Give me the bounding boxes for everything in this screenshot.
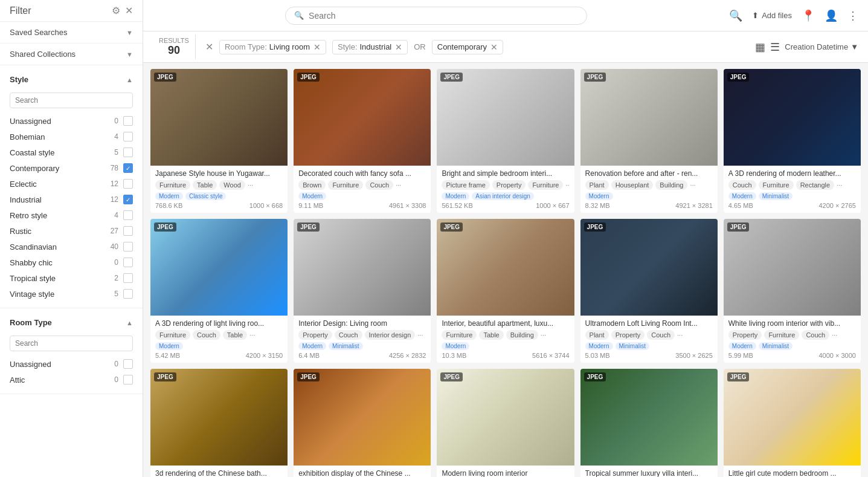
style-item-checkbox[interactable] <box>123 242 133 251</box>
card-title: Bright and simple bedroom interi... <box>442 169 569 178</box>
image-card[interactable]: JPEG Tropical summer luxury villa interi… <box>580 369 718 477</box>
format-badge: JPEG <box>297 73 320 82</box>
image-card[interactable]: JPEG 3d rendering of the Chinese bath...… <box>150 369 288 477</box>
more-tags-icon[interactable]: ··· <box>677 331 683 339</box>
tag-pill: Furniture <box>155 330 190 340</box>
shared-collections-label: Shared Collections <box>10 50 76 59</box>
style-item-checkbox[interactable] <box>123 210 133 220</box>
style-item-checkbox[interactable] <box>123 226 133 236</box>
more-tags-icon[interactable]: ··· <box>565 181 569 189</box>
room-type-search-input[interactable] <box>10 336 133 351</box>
image-card[interactable]: JPEG White living room interior with vib… <box>724 219 861 363</box>
style-filter-item[interactable]: Bohemian 4 <box>0 129 143 144</box>
room-type-filter-item[interactable]: Attic 0 <box>0 372 143 388</box>
room-type-filter-item[interactable]: Unassigned 0 <box>0 356 143 372</box>
style-filter-item[interactable]: Vintage style 5 <box>0 286 143 302</box>
style-filter-item[interactable]: Tropical style 2 <box>0 270 143 286</box>
format-badge: JPEG <box>584 73 606 82</box>
more-tags-icon[interactable]: ··· <box>417 331 423 339</box>
tag-pill: Couch <box>193 330 220 340</box>
style-item-count: 78 <box>106 164 118 172</box>
add-files-button[interactable]: ⬆ Add files <box>752 11 792 20</box>
card-title: A 3D rendering of modern leather... <box>728 169 856 178</box>
style-item-checkbox[interactable] <box>123 273 133 283</box>
card-image: JPEG <box>580 219 718 316</box>
style-search-input[interactable] <box>10 92 133 108</box>
style-filter-item[interactable]: Unassigned 0 <box>0 113 143 129</box>
style-filter-item[interactable]: Coastal style 5 <box>0 144 143 160</box>
more-tags-icon[interactable]: ··· <box>541 331 546 339</box>
image-card[interactable]: JPEG Bright and simple bedroom interi...… <box>437 69 574 213</box>
tag-pill: Interior design <box>365 330 416 340</box>
card-body: A 3D rendering of light living roo... Fu… <box>150 316 288 363</box>
image-card[interactable]: JPEG Decorated couch with fancy sofa ...… <box>294 69 431 213</box>
more-tags-icon[interactable]: ··· <box>248 181 253 189</box>
style-item-checkbox[interactable] <box>123 163 133 173</box>
sidebar: Filter ⚙ ✕ Saved Searches ▼ Shared Colle… <box>0 0 143 477</box>
search-input[interactable] <box>309 11 578 21</box>
visual-search-icon[interactable]: 🔍 <box>729 9 742 22</box>
style2-remove-button[interactable]: ✕ <box>490 42 498 52</box>
card-body: Little girl cute modern bedroom ... Couc… <box>724 466 861 477</box>
clear-all-button[interactable]: ✕ <box>205 41 213 53</box>
style-filter-type: Style: <box>338 42 358 51</box>
more-tags-icon[interactable]: ··· <box>690 181 695 189</box>
file-size: 6.4 MB <box>298 352 320 359</box>
style-filter-item[interactable]: Scandinavian 40 <box>0 239 143 255</box>
image-card[interactable]: JPEG A 3D rendering of modern leather...… <box>724 69 861 213</box>
image-card[interactable]: JPEG Modern living room interior CouchFu… <box>437 369 574 477</box>
style-item-label: Vintage style <box>10 290 106 299</box>
more-tags-icon[interactable]: ··· <box>396 181 401 189</box>
shared-collections-section[interactable]: Shared Collections ▼ <box>0 44 143 65</box>
grid-view-button[interactable]: ▦ <box>755 41 765 54</box>
image-card[interactable]: JPEG Japanese Style house in Yugawar... … <box>150 69 288 213</box>
style-item-label: Industrial <box>10 195 106 204</box>
image-card[interactable]: JPEG Renovation before and after - ren..… <box>580 69 718 213</box>
image-card[interactable]: JPEG Little girl cute modern bedroom ...… <box>724 369 861 477</box>
file-dimensions: 1000 × 668 <box>249 202 283 209</box>
settings-icon-button[interactable]: ⚙ <box>112 5 120 16</box>
style-remove-button[interactable]: ✕ <box>395 42 402 52</box>
style-item-checkbox[interactable] <box>123 132 133 141</box>
style-section-chevron[interactable]: ▲ <box>126 76 133 83</box>
main-content: 🔍 🔍 ⬆ Add files 📍 👤 ⋮ Results 90 ✕ Room … <box>143 0 868 477</box>
search-bar[interactable]: 🔍 <box>285 7 587 25</box>
style-filter-item[interactable]: Contemporary 78 <box>0 160 143 176</box>
card-tags: FurnitureTableBuilding ··· <box>442 330 569 340</box>
more-tags-icon[interactable]: ··· <box>249 331 255 339</box>
style-filter-item[interactable]: Shabby chic 0 <box>0 255 143 270</box>
grid-area: JPEG Japanese Style house in Yugawar... … <box>143 63 868 477</box>
image-card[interactable]: JPEG Interior, beautiful apartment, luxu… <box>437 219 574 363</box>
card-image: JPEG <box>150 369 288 466</box>
style-item-checkbox[interactable] <box>123 258 133 267</box>
more-options-icon[interactable]: ⋮ <box>847 9 858 22</box>
room-type-section-chevron[interactable]: ▲ <box>126 319 133 326</box>
image-card[interactable]: JPEG Ultramodern Loft Living Room Int...… <box>580 219 718 363</box>
saved-searches-section[interactable]: Saved Searches ▼ <box>0 22 143 44</box>
style-filter-item[interactable]: Retro style 4 <box>0 207 143 223</box>
style-item-checkbox[interactable] <box>123 116 133 126</box>
style-item-checkbox[interactable] <box>123 179 133 189</box>
room-type-item-checkbox[interactable] <box>123 359 133 369</box>
style-filter-item[interactable]: Eclectic 12 <box>0 176 143 192</box>
room-type-item-checkbox[interactable] <box>123 375 133 385</box>
sort-button[interactable]: Creation Datetime ▼ <box>785 42 858 51</box>
image-card[interactable]: JPEG Interior Design: Living room Proper… <box>294 219 431 363</box>
image-card[interactable]: JPEG exhibition display of the Chinese .… <box>294 369 431 477</box>
style-item-checkbox[interactable] <box>123 195 133 204</box>
list-view-button[interactable]: ☰ <box>770 41 780 54</box>
style-filter-item[interactable]: Rustic 27 <box>0 223 143 239</box>
close-sidebar-button[interactable]: ✕ <box>125 5 133 16</box>
more-tags-icon[interactable]: ··· <box>837 181 842 189</box>
style-filter-item[interactable]: Industrial 12 <box>0 192 143 207</box>
style-item-count: 4 <box>106 211 118 219</box>
style-item-checkbox[interactable] <box>123 148 133 157</box>
image-card[interactable]: JPEG A 3D rendering of light living roo.… <box>150 219 288 363</box>
sidebar-header-icons: ⚙ ✕ <box>112 5 133 16</box>
room-type-remove-button[interactable]: ✕ <box>313 42 321 52</box>
location-icon[interactable]: 📍 <box>802 9 815 22</box>
style-item-checkbox[interactable] <box>123 289 133 299</box>
tag-pill: Plant <box>585 180 609 190</box>
more-tags-icon[interactable]: ··· <box>832 331 837 339</box>
user-icon[interactable]: 👤 <box>825 9 838 22</box>
